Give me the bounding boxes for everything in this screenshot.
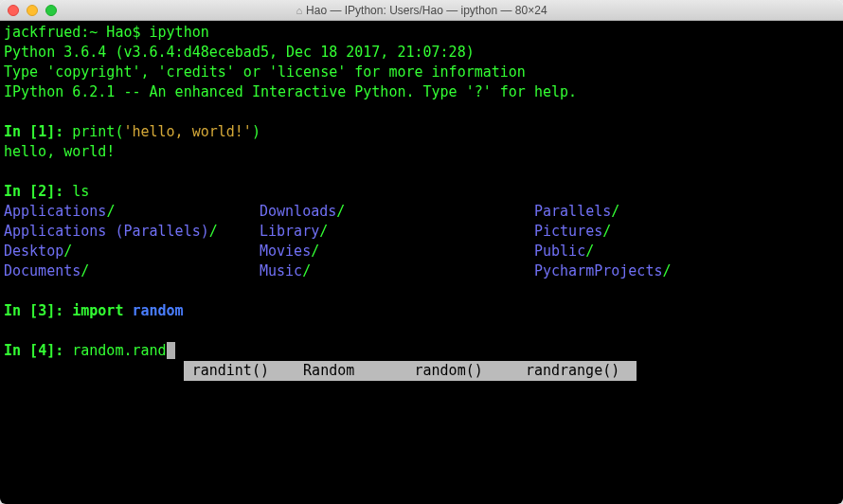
ls-row-3: Desktop/Movies/Public/: [4, 242, 843, 261]
in-prompt-1: In [1]:: [4, 123, 72, 140]
close-icon[interactable]: [8, 5, 19, 16]
maximize-icon[interactable]: [45, 5, 57, 16]
in-prompt-4: In [4]:: [4, 342, 72, 359]
shell-command: ipython: [150, 24, 209, 41]
completion-item-4[interactable]: randrange(): [526, 362, 619, 379]
terminal-window: ⌂ Hao — IPython: Users/Hao — ipython — 8…: [0, 0, 843, 504]
cell4-partial: random.rand: [72, 342, 166, 359]
cell3-import: import: [72, 302, 123, 319]
minimize-icon[interactable]: [27, 5, 38, 16]
cell3-module: random: [132, 302, 183, 319]
ls-row-2: Applications (Parallels)/Library/Picture…: [4, 222, 843, 242]
in-prompt-2: In [2]:: [4, 183, 72, 200]
traffic-lights: [8, 5, 57, 16]
completion-popup[interactable]: randint() Random random() randrange(): [184, 361, 637, 381]
completion-item-1[interactable]: randint(): [192, 362, 269, 379]
cell1-output: hello, world!: [4, 143, 115, 160]
cell1-fn: print: [72, 123, 115, 140]
titlebar[interactable]: ⌂ Hao — IPython: Users/Hao — ipython — 8…: [0, 0, 843, 21]
completion-item-2[interactable]: Random: [303, 362, 354, 379]
home-icon: ⌂: [296, 5, 302, 16]
completion-item-3[interactable]: random(): [415, 362, 483, 379]
window-title: ⌂ Hao — IPython: Users/Hao — ipython — 8…: [8, 4, 835, 17]
ls-row-4: Documents/Music/PycharmProjects/: [4, 261, 843, 281]
ls-row-1: Applications/Downloads/Parallels/: [4, 202, 843, 222]
window-title-text: Hao — IPython: Users/Hao — ipython — 80×…: [306, 4, 547, 17]
cursor-icon: [167, 342, 175, 359]
cell1-string: 'hello, world!': [123, 123, 251, 140]
cell2-code: ls: [72, 183, 89, 200]
banner-line2: Type 'copyright', 'credits' or 'license'…: [4, 63, 526, 81]
banner-line3: IPython 6.2.1 -- An enhanced Interactive…: [4, 83, 577, 100]
in-prompt-3: In [3]:: [4, 302, 72, 319]
banner-line1: Python 3.6.4 (v3.6.4:d48ecebad5, Dec 18 …: [4, 44, 475, 61]
shell-prompt: jackfrued:~ Hao$: [4, 24, 141, 41]
terminal-content[interactable]: jackfrued:~ Hao$ ipython Python 3.6.4 (v…: [0, 21, 843, 504]
